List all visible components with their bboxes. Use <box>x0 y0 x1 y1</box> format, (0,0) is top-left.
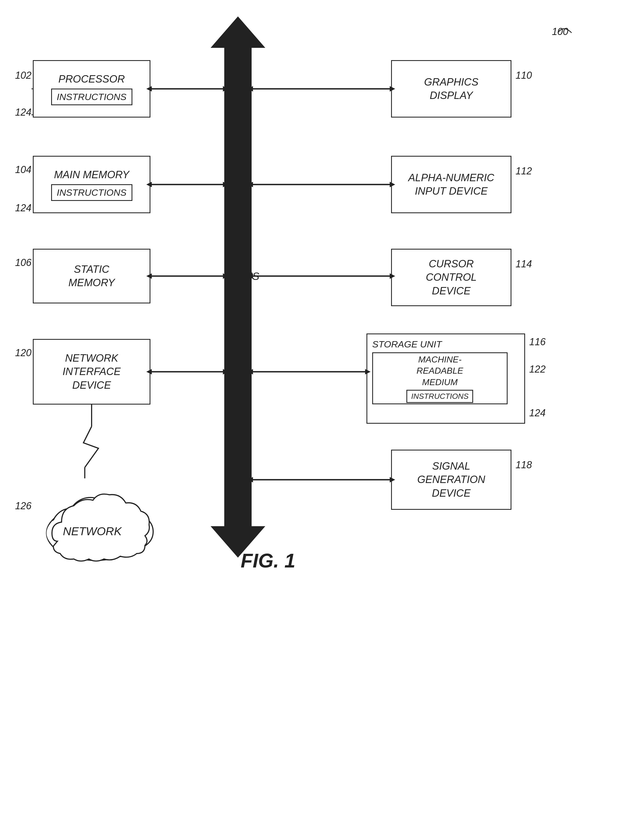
svg-rect-4 <box>224 66 252 508</box>
machine-readable-box: MACHINE-READABLEMEDIUM INSTRUCTIONS <box>372 352 508 404</box>
alpha-numeric-box: ALPHA-NUMERICINPUT DEVICE <box>391 156 511 213</box>
svg-marker-3 <box>210 17 265 66</box>
graphics-display-label: GRAPHICSDISPLAY <box>424 75 478 103</box>
processor-instructions-label: INSTRUCTIONS <box>57 92 127 102</box>
ref-110: 110 <box>516 70 532 81</box>
ref-112: 112 <box>516 165 532 177</box>
ref-124c: 124 <box>529 407 546 419</box>
svg-marker-19 <box>247 86 253 92</box>
cursor-control-box: CURSORCONTROLDEVICE <box>391 249 511 306</box>
storage-instructions-box: INSTRUCTIONS <box>407 390 473 403</box>
graphics-display-box: GRAPHICSDISPLAY <box>391 60 511 118</box>
storage-unit-box: STORAGE UNIT MACHINE-READABLEMEDIUM INST… <box>367 334 525 424</box>
signal-generation-box: SIGNALGENERATIONDEVICE <box>391 450 511 510</box>
ref-122: 122 <box>529 364 546 375</box>
svg-marker-11 <box>223 182 229 187</box>
ref-100: 100 <box>552 26 568 37</box>
bus-label: BUS <box>238 271 259 282</box>
svg-point-39 <box>120 515 153 548</box>
svg-marker-22 <box>247 182 253 187</box>
cursor-control-label: CURSORCONTROLDEVICE <box>426 257 477 298</box>
ref-124a: 124 <box>15 107 31 118</box>
static-memory-label: STATICMEMORY <box>68 263 115 290</box>
ref-106: 106 <box>15 257 31 268</box>
main-memory-label: MAIN MEMORY <box>54 168 129 182</box>
storage-unit-label: STORAGE UNIT <box>372 338 442 350</box>
diagram-svg <box>0 0 623 840</box>
network-label: NETWORK <box>63 525 118 538</box>
svg-marker-17 <box>223 369 229 375</box>
diagram-container: 100 PROCESSOR INSTRUCTIONS 102 124 MAIN … <box>0 0 623 840</box>
svg-marker-31 <box>247 477 253 482</box>
network-text: NETWORK <box>63 525 122 538</box>
svg-marker-28 <box>247 369 253 375</box>
network-interface-label: NETWORKINTERFACEDEVICE <box>63 352 121 392</box>
svg-marker-8 <box>223 86 229 92</box>
main-memory-instructions-label: INSTRUCTIONS <box>57 187 127 197</box>
ref-104: 104 <box>15 164 31 176</box>
network-interface-box: NETWORKINTERFACEDEVICE <box>33 339 150 405</box>
static-memory-box: STATICMEMORY <box>33 249 150 303</box>
ref-116: 116 <box>529 336 546 348</box>
ref-126: 126 <box>15 500 31 512</box>
ref-118: 118 <box>516 459 532 471</box>
fig-caption: FIG. 1 <box>241 549 295 572</box>
processor-label: PROCESSOR <box>58 72 125 86</box>
signal-generation-label: SIGNALGENERATIONDEVICE <box>417 459 485 500</box>
alpha-numeric-label: ALPHA-NUMERICINPUT DEVICE <box>408 171 494 198</box>
svg-marker-2 <box>227 31 249 66</box>
machine-readable-label: MACHINE-READABLEMEDIUM <box>416 354 463 388</box>
storage-instructions-label: INSTRUCTIONS <box>411 392 468 401</box>
processor-box: PROCESSOR INSTRUCTIONS <box>33 60 150 118</box>
svg-marker-14 <box>223 273 229 279</box>
processor-inner-box: INSTRUCTIONS <box>51 89 132 105</box>
main-memory-box: MAIN MEMORY INSTRUCTIONS <box>33 156 150 213</box>
main-memory-inner-box: INSTRUCTIONS <box>51 184 132 201</box>
ref-124b: 124 <box>15 202 31 214</box>
ref-102: 102 <box>15 70 31 81</box>
ref-114: 114 <box>516 258 532 270</box>
ref-120: 120 <box>15 347 31 359</box>
